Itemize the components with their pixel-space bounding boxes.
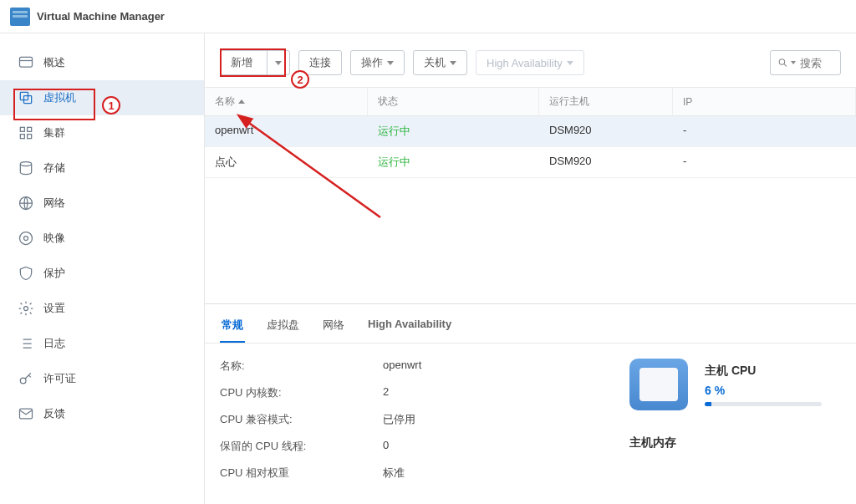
kv-val: 0: [383, 439, 389, 454]
col-header-status[interactable]: 状态: [368, 88, 539, 115]
action-button[interactable]: 操作: [350, 50, 405, 75]
app-title: Virtual Machine Manager: [37, 10, 165, 23]
host-mem-title: 主机内存: [629, 435, 841, 451]
kv-val: openwrt: [383, 359, 421, 374]
table-row[interactable]: 点心 运行中 DSM920 -: [205, 147, 856, 178]
sidebar-item-label: 存储: [43, 160, 65, 176]
kv-val: 已停用: [383, 412, 415, 427]
sidebar-item-label: 映像: [43, 231, 65, 246]
svg-point-11: [24, 307, 28, 311]
sidebar-item-label: 设置: [43, 301, 65, 316]
sidebar-item-label: 许可证: [43, 371, 76, 386]
sidebar-item-label: 网络: [43, 196, 65, 211]
cell-ip: -: [673, 116, 856, 146]
sidebar-item-overview[interactable]: 概述: [0, 45, 204, 80]
svg-rect-3: [20, 127, 24, 131]
svg-point-12: [20, 378, 26, 384]
host-cpu-bar-fill: [705, 402, 711, 406]
chevron-down-icon: [567, 61, 573, 65]
image-icon: [17, 230, 35, 247]
add-button[interactable]: 新增: [220, 50, 290, 75]
svg-rect-13: [20, 409, 33, 419]
kv-key: CPU 兼容模式:: [220, 412, 383, 427]
connect-button[interactable]: 连接: [298, 50, 342, 75]
tab-general[interactable]: 常规: [220, 314, 245, 343]
svg-rect-5: [20, 135, 24, 139]
tab-ha[interactable]: High Availability: [366, 314, 453, 343]
svg-point-14: [779, 59, 785, 65]
network-icon: [17, 195, 35, 211]
cell-host: DSM920: [539, 147, 673, 177]
search-box[interactable]: [770, 50, 841, 75]
list-icon: [17, 335, 35, 352]
connect-button-label: 连接: [309, 55, 331, 70]
col-header-ip[interactable]: IP: [673, 88, 856, 115]
sidebar-item-label: 虚拟机: [43, 90, 76, 105]
cell-ip: -: [673, 147, 856, 177]
sort-asc-icon: [238, 99, 245, 104]
key-icon: [17, 370, 35, 387]
svg-rect-0: [20, 57, 33, 67]
col-header-host[interactable]: 运行主机: [539, 88, 673, 115]
add-button-dropdown[interactable]: [267, 51, 289, 74]
toolbar: 新增 连接 操作 关机 High Availability: [205, 33, 856, 87]
svg-point-7: [20, 162, 31, 166]
cluster-icon: [17, 125, 35, 141]
mail-icon: [17, 405, 35, 422]
table-row[interactable]: openwrt 运行中 DSM920 -: [205, 116, 856, 147]
chevron-down-icon: [387, 61, 394, 65]
storage-icon: [17, 160, 35, 176]
cell-host: DSM920: [539, 116, 673, 146]
detail-properties: 名称:openwrt CPU 内核数:2 CPU 兼容模式:已停用 保留的 CP…: [220, 359, 613, 504]
tab-vdisk[interactable]: 虚拟盘: [265, 314, 301, 343]
app-logo-icon: [10, 8, 30, 26]
sidebar-item-label: 概述: [43, 55, 65, 70]
kv-val: 标准: [383, 466, 405, 481]
sidebar-item-vm[interactable]: 虚拟机: [0, 80, 204, 115]
vm-icon: [17, 89, 35, 106]
sidebar-item-storage[interactable]: 存储: [0, 150, 204, 186]
col-header-name[interactable]: 名称: [205, 88, 368, 115]
host-cpu-percent: 6 %: [705, 384, 822, 397]
cell-name: 点心: [205, 147, 368, 177]
app-header: Virtual Machine Manager: [0, 0, 856, 33]
sidebar-item-logs[interactable]: 日志: [0, 326, 204, 361]
detail-pane: 常规 虚拟盘 网络 High Availability 名称:openwrt C…: [205, 303, 856, 504]
sidebar-item-license[interactable]: 许可证: [0, 361, 204, 396]
chevron-down-icon: [275, 61, 282, 65]
chevron-down-icon: [450, 61, 456, 65]
svg-rect-6: [28, 135, 32, 139]
cell-status: 运行中: [368, 116, 539, 146]
sidebar-item-label: 保护: [43, 266, 65, 281]
kv-key: 保留的 CPU 线程:: [220, 439, 383, 454]
sidebar-item-settings[interactable]: 设置: [0, 291, 204, 326]
detail-side: 主机 CPU 6 % 主机内存: [613, 359, 841, 504]
host-cpu-card: 主机 CPU 6 %: [629, 359, 841, 410]
sidebar-item-network[interactable]: 网络: [0, 186, 204, 221]
svg-point-10: [24, 237, 28, 241]
tab-network[interactable]: 网络: [321, 314, 346, 343]
sidebar-item-image[interactable]: 映像: [0, 221, 204, 256]
sidebar: 概述 虚拟机 集群 存储 网络 映像 保护 设置: [0, 33, 205, 504]
shield-icon: [17, 265, 35, 282]
svg-point-9: [20, 232, 33, 245]
sidebar-item-feedback[interactable]: 反馈: [0, 396, 204, 431]
cell-status: 运行中: [368, 147, 539, 177]
sidebar-item-label: 集群: [43, 125, 65, 140]
sidebar-item-label: 日志: [43, 336, 65, 351]
shutdown-button[interactable]: 关机: [413, 50, 467, 75]
sidebar-item-label: 反馈: [43, 406, 65, 421]
sidebar-item-cluster[interactable]: 集群: [0, 115, 204, 150]
cell-name: openwrt: [205, 116, 368, 146]
svg-rect-4: [28, 127, 32, 131]
chevron-down-icon: [791, 61, 796, 64]
kv-key: CPU 相对权重: [220, 466, 383, 481]
main-content: 新增 连接 操作 关机 High Availability 名称 状态 运行主机…: [205, 33, 856, 504]
kv-key: 名称:: [220, 359, 383, 374]
search-icon: [777, 57, 788, 69]
table-header-row: 名称 状态 运行主机 IP: [205, 87, 856, 116]
action-button-label: 操作: [361, 55, 383, 70]
cpu-chip-icon: [629, 359, 688, 410]
search-input[interactable]: [800, 57, 833, 69]
sidebar-item-protection[interactable]: 保护: [0, 256, 204, 291]
